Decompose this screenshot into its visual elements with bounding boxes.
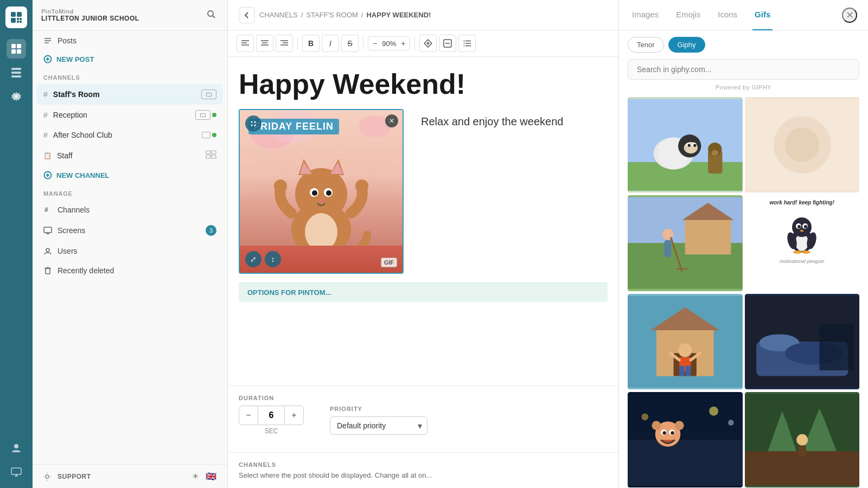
nav-user-icon[interactable] — [7, 438, 26, 458]
clipboard-icon: 📋 — [43, 152, 52, 159]
app-logo[interactable] — [5, 7, 27, 28]
breadcrumb-channels[interactable]: CHANNELS — [259, 11, 298, 19]
sidebar-item-after-school-club[interactable]: # After School Club — [33, 125, 227, 145]
svg-point-157 — [796, 434, 808, 445]
nav-display-icon[interactable] — [7, 462, 26, 481]
gif-cell-4[interactable]: work hard! keep fighting! — [745, 195, 860, 291]
zoom-plus-button[interactable]: + — [401, 39, 405, 48]
move-handle[interactable] — [245, 115, 261, 132]
svg-point-96 — [688, 144, 691, 147]
posts-label: Posts — [58, 36, 76, 45]
tab-images[interactable]: Images — [630, 0, 661, 30]
duration-increment-button[interactable]: + — [284, 406, 304, 425]
tab-gifs[interactable]: Gifs — [752, 0, 773, 30]
gif-cell-5[interactable] — [628, 294, 743, 390]
gif-label: FRIDAY FEELIN — [248, 119, 339, 134]
gif-source-tabs: Tenor Giphy — [619, 30, 868, 59]
bold-button[interactable]: B — [302, 35, 320, 52]
svg-rect-10 — [17, 49, 21, 54]
giphy-tab[interactable]: Giphy — [668, 37, 705, 53]
manage-channels[interactable]: # Channels — [33, 200, 227, 220]
gif-tag: GIF — [381, 258, 397, 267]
highlight-button[interactable] — [419, 35, 437, 52]
svg-rect-12 — [11, 72, 21, 74]
nav-boards-icon[interactable] — [7, 63, 26, 82]
sidebar-item-staff[interactable]: 📋 Staff — [33, 145, 227, 166]
svg-rect-109 — [665, 240, 672, 258]
panel-close-button[interactable]: ✕ — [842, 8, 857, 23]
sep1 — [297, 37, 298, 50]
sidebar-item-staffs-room[interactable]: # Staff's Room — [37, 84, 223, 105]
sidebar-item-reception[interactable]: # Reception — [33, 105, 227, 125]
fullscreen-button[interactable]: ⤢ — [245, 251, 261, 267]
svg-rect-30 — [212, 155, 216, 158]
svg-rect-138 — [819, 324, 853, 370]
svg-rect-13 — [11, 75, 21, 78]
gif-cell-6[interactable] — [745, 294, 860, 390]
breadcrumb: CHANNELS / STAFF'S ROOM / HAPPY WEEKEND! — [259, 11, 431, 19]
breadcrumb-room[interactable]: STAFF'S ROOM — [306, 11, 358, 19]
support-label[interactable]: SUPPORT — [58, 473, 91, 480]
italic-button[interactable]: I — [322, 35, 339, 52]
powered-by-label: Powered by GIPHY — [619, 84, 868, 91]
flag-icon[interactable]: 🇬🇧 — [206, 471, 216, 481]
manage-users[interactable]: Users — [33, 241, 227, 261]
new-post-button[interactable]: NEW POST — [33, 50, 227, 68]
svg-rect-158 — [798, 445, 806, 457]
duration-decrement-button[interactable]: − — [239, 406, 258, 425]
tab-icons[interactable]: Icons — [716, 0, 739, 30]
resize-button[interactable]: ↕ — [265, 251, 281, 267]
zoom-minus-button[interactable]: − — [373, 39, 377, 48]
gif-cell-7[interactable] — [628, 392, 743, 488]
hash-icon: # — [43, 90, 48, 99]
eraser-button[interactable] — [439, 35, 456, 52]
gif-cell-1[interactable] — [628, 97, 743, 193]
gif-close-button[interactable]: ✕ — [385, 114, 398, 127]
svg-point-84 — [251, 121, 253, 123]
svg-rect-130 — [679, 365, 685, 376]
svg-point-123 — [802, 251, 810, 254]
post-title[interactable]: Happy Weekend! — [239, 68, 608, 100]
align-left-button[interactable] — [237, 35, 254, 52]
recently-deleted-label: Recently deleted — [58, 266, 114, 275]
strikethrough-button[interactable]: S — [341, 35, 359, 52]
channel-name: Staff — [57, 151, 206, 160]
gif-search — [628, 59, 859, 80]
gif-search-input[interactable] — [628, 59, 859, 80]
align-right-button[interactable] — [276, 35, 293, 52]
svg-point-150 — [641, 413, 648, 420]
nav-settings-icon[interactable] — [7, 87, 26, 106]
gif-controls: ⤢ ↕ — [245, 251, 281, 267]
gif-cell-3[interactable] — [628, 195, 743, 291]
list-button[interactable] — [458, 35, 476, 52]
brightness-icon[interactable]: ☀ — [192, 471, 199, 481]
brand-name: PinToMind — [41, 8, 198, 15]
breadcrumb-post: HAPPY WEEKEND! — [366, 11, 431, 19]
nav-dashboard-icon[interactable] — [7, 39, 26, 59]
align-center-button[interactable] — [256, 35, 273, 52]
breadcrumb-sep1: / — [301, 11, 303, 19]
icon-bar — [0, 0, 33, 488]
tab-emojis[interactable]: Emojis — [674, 0, 703, 30]
svg-point-43 — [46, 475, 49, 478]
gif-cell-8[interactable] — [745, 392, 860, 488]
new-channel-button[interactable]: NEW CHANNEL — [33, 166, 227, 184]
back-button[interactable] — [239, 7, 255, 23]
gif-cell-2[interactable] — [745, 97, 860, 193]
svg-point-145 — [671, 431, 674, 434]
duration-group: DURATION − 6 + SEC — [239, 395, 304, 435]
gif-container: FRIDAY FEELIN ✕ GIF ⤢ ↕ — [240, 110, 403, 273]
priority-select[interactable]: Default priority High priority Low prior… — [330, 416, 427, 435]
svg-point-86 — [251, 125, 253, 126]
svg-point-69 — [295, 168, 347, 220]
body-text-content[interactable]: Relax and enjoy the weekend — [421, 113, 563, 130]
options-link[interactable]: PINTOM... — [298, 288, 331, 297]
gif-block[interactable]: FRIDAY FEELIN ✕ GIF ⤢ ↕ — [239, 109, 404, 274]
svg-line-20 — [213, 16, 215, 18]
manage-recently-deleted[interactable]: Recently deleted — [33, 261, 227, 280]
posts-item[interactable]: Posts — [33, 31, 227, 50]
svg-rect-106 — [685, 220, 731, 254]
tenor-tab[interactable]: Tenor — [628, 37, 664, 53]
manage-screens[interactable]: Screens 3 — [33, 220, 227, 241]
search-button[interactable] — [203, 8, 219, 23]
